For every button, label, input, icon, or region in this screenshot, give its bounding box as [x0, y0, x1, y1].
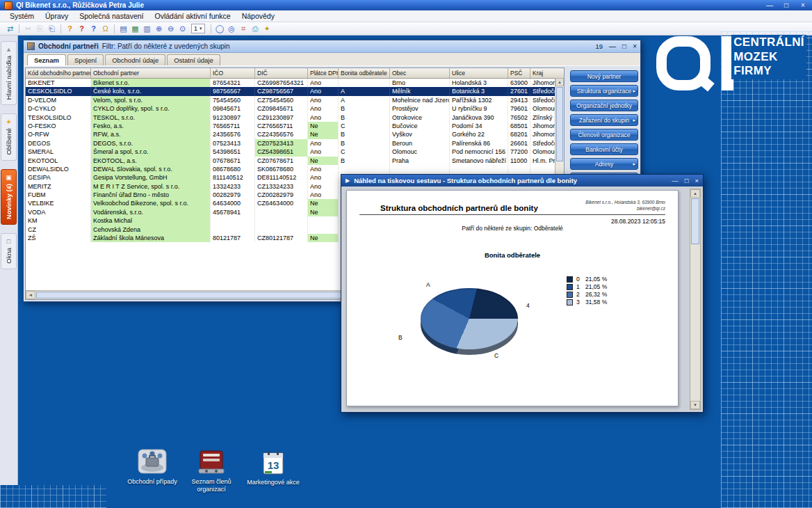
scroll-down-icon[interactable]: ▼	[690, 401, 700, 409]
minimize-button[interactable]: —	[765, 1, 774, 9]
desktop-icon-member-list[interactable]: Seznam členů organizací	[185, 448, 238, 493]
minimize-button[interactable]: —	[672, 177, 679, 184]
ring-icon[interactable]: ◯	[214, 24, 226, 34]
column-header-i-o[interactable]: IČO	[211, 68, 255, 78]
table-cell: 26601	[508, 139, 530, 148]
preview-vertical-scrollbar[interactable]: ▲ ▼	[690, 189, 701, 410]
desktop-icon-business-cases[interactable]: Obchodní případy	[124, 448, 181, 486]
zoom-fit-icon[interactable]: ⊙	[177, 24, 188, 34]
table-row[interactable]: EKOTOOLEKOTOOL, a.s.07678671CZ07678671Ne…	[26, 157, 564, 165]
action-organiza-n-jednotky-button[interactable]: Organizační jednotky	[570, 100, 638, 111]
table-cell: Ano	[308, 96, 339, 104]
menu-syst-m[interactable]: Systém	[4, 11, 40, 21]
column-header-bonita-odb-ratele[interactable]: Bonita odběratele	[339, 68, 390, 78]
table-row[interactable]: D-VELOMVelom, spol. s r.o.75454560CZ7545…	[26, 96, 564, 104]
minimize-button[interactable]: —	[609, 42, 616, 50]
help-orange-icon[interactable]: ?	[64, 24, 76, 34]
table-row[interactable]: D-CYKLOCYKLO doplňky, spol. s r.o.098456…	[26, 104, 564, 113]
table-view-icon[interactable]: ▦	[129, 24, 141, 34]
desktop-icon-marketing-events[interactable]: 13 Marketingové akce	[245, 450, 302, 486]
paste-icon[interactable]: ⎗	[46, 24, 58, 34]
print-icon[interactable]: ⎙	[250, 24, 261, 34]
news-icon: ▣	[6, 175, 12, 181]
preview-window-titlebar[interactable]: ▶ Náhled na tiskovou sestavu - Struktura…	[341, 175, 703, 186]
column-header-obec[interactable]: Obec	[390, 68, 450, 78]
form-view-icon[interactable]: ▤	[117, 24, 129, 34]
partners-window-titlebar[interactable]: Obchodní partneři Filtr: Patří do někter…	[24, 40, 640, 53]
column-header-k-d-obchodn-ho-partnera[interactable]: Kód obchodního partnera	[26, 68, 91, 78]
table-cell: DEGOS, s.r.o.	[91, 139, 211, 148]
column-header-di[interactable]: DIČ	[255, 68, 308, 78]
table-row[interactable]: TESKOLSIDLOTESKOL, s.r.o.91230897CZ91230…	[26, 113, 564, 122]
menu-spole-n-nastaven[interactable]: Společná nastavení	[74, 11, 149, 21]
sidebar-item-novinky-4[interactable]: ▣Novinky (4)	[1, 169, 17, 225]
menu-ovl-d-n-aktivn-funkce[interactable]: Ovládání aktivní funkce	[149, 11, 236, 21]
tab-obchodn-daje[interactable]: Obchodní údaje	[105, 54, 165, 65]
grid-small-icon[interactable]: ⌗	[238, 24, 250, 34]
cut-icon[interactable]: ✂	[22, 24, 34, 34]
action-lenov-organizace-button[interactable]: Členové organizace	[570, 129, 638, 141]
table-cell: Kostka Michal	[91, 216, 211, 225]
table-row[interactable]: DEGOSDEGOS, s.r.o.07523413CZ07523413AnoB…	[26, 139, 564, 148]
table-cell: Pařížská 1302	[450, 96, 508, 104]
sidebar-item-okna[interactable]: □Okna	[1, 233, 17, 269]
column-header-pl-tce-dph[interactable]: Plátce DPH	[308, 68, 339, 78]
action-bankovn-ty-button[interactable]: Bankovní účty	[570, 143, 638, 155]
table-row[interactable]: O-RFWRFW, a.s.24356576CZ24356576NeBVyško…	[26, 130, 564, 138]
scroll-left-icon[interactable]: ◄	[26, 291, 35, 299]
close-button[interactable]: ×	[695, 177, 699, 184]
branding-text: CENTRÁLNÍ MOZEK FIRMY	[731, 35, 806, 79]
action-struktura-organizace-button[interactable]: Struktura organizace▸	[570, 85, 638, 97]
navigate-icon[interactable]: ⇄	[4, 24, 16, 34]
maximize-button[interactable]: □	[685, 177, 689, 184]
column-header-obchodn-partner[interactable]: Obchodní partner	[91, 68, 211, 78]
list-view-icon[interactable]: ▥	[141, 24, 153, 34]
table-row[interactable]: O-FESKOFesko, a.s.76565711CZ76565711NeCB…	[26, 122, 564, 130]
tab-ostatn-daje[interactable]: Ostatní údaje	[167, 54, 220, 65]
copy-icon[interactable]: ⎘	[34, 24, 46, 34]
zoom-out-icon[interactable]: ⊖	[165, 24, 177, 34]
close-button[interactable]: ×	[633, 42, 637, 50]
scrollbar-thumb[interactable]	[556, 87, 563, 161]
maximize-button[interactable]: □	[781, 1, 791, 9]
table-row[interactable]: CESKOLSIDLOČeské kolo, s.r.o.98756567CZ9…	[26, 87, 564, 95]
action-adresy-button[interactable]: Adresy▸	[570, 158, 638, 170]
table-cell: DEGOS	[26, 139, 91, 148]
table-cell: 75454560	[211, 96, 255, 104]
scroll-up-icon[interactable]: ▲	[555, 78, 564, 86]
column-header-kraj[interactable]: Kraj	[530, 68, 564, 78]
table-cell: Mohelnice nad Jizerou	[390, 96, 450, 104]
sidebar-item-hlavn-nab-dka[interactable]: ▲Hlavní nabídka	[1, 41, 17, 105]
table-row[interactable]: SMERALŠmeral a spol, s.r.o.54398651CZ543…	[26, 148, 564, 156]
partners-window-title: Obchodní partneři	[38, 42, 99, 50]
tab-spojen[interactable]: Spojení	[67, 54, 104, 65]
column-header-ulice[interactable]: Ulice	[450, 68, 508, 78]
sidebar-item-label: Novinky (4)	[5, 184, 13, 219]
help-blue-icon[interactable]: ?	[88, 24, 99, 34]
help-red-icon[interactable]: ?	[76, 24, 88, 34]
bell-icon[interactable]: Ω	[99, 24, 111, 34]
tab-seznam[interactable]: Seznam	[27, 54, 66, 65]
menu-n-pov-dy[interactable]: Nápovědy	[236, 11, 280, 21]
table-cell: Ne	[308, 234, 339, 242]
action-nov-partner-button[interactable]: Nový partner	[570, 70, 638, 82]
scroll-up-icon[interactable]: ▲	[690, 189, 700, 198]
table-cell: C	[339, 122, 390, 130]
zoom-in-icon[interactable]: ⊕	[153, 24, 165, 34]
table-row[interactable]: DEWALSIDLODEWAL Slovakia, spol. s r.o.08…	[26, 165, 564, 173]
sidebar-item-label: Hlavní nabídka	[5, 56, 13, 100]
close-button[interactable]: ×	[798, 1, 808, 9]
export-icon[interactable]: ✦	[261, 24, 273, 34]
menu-pravy[interactable]: Úpravy	[40, 11, 74, 21]
maximize-button[interactable]: □	[622, 42, 626, 50]
page-number-dropdown[interactable]: 1▾	[191, 24, 205, 33]
action-za-azen-do-skupin-button[interactable]: Zařazení do skupin▸	[570, 114, 638, 126]
table-cell: 07678671	[211, 157, 255, 165]
scrollbar-thumb[interactable]	[691, 198, 699, 244]
table-cell: CZ13324233	[255, 182, 308, 191]
target-icon[interactable]: ◎	[226, 24, 238, 34]
table-cell: M E R I T Z Service, spol. s r.o.	[91, 182, 211, 191]
table-row[interactable]: BIKENETBikenet s.r.o.87654321CZ699876543…	[26, 79, 564, 87]
sidebar-item-obl-ben[interactable]: ★Oblíbené	[1, 113, 17, 161]
column-header-ps[interactable]: PSČ	[508, 68, 530, 78]
